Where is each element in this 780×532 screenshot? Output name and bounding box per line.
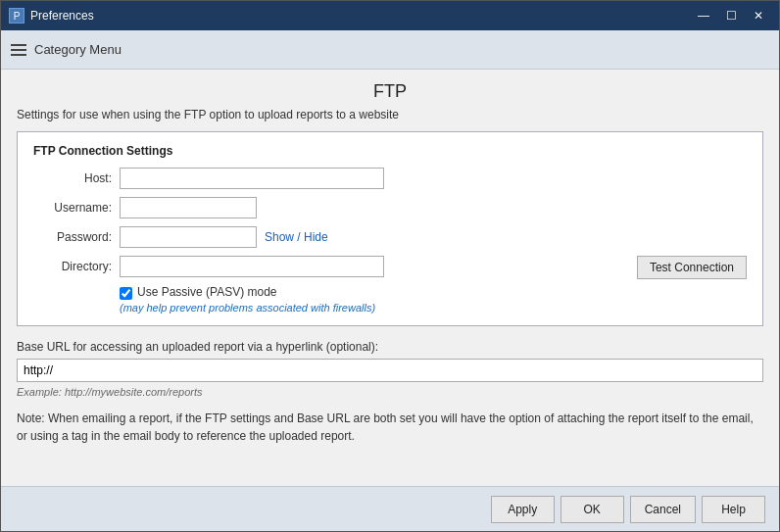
- username-input[interactable]: [120, 197, 257, 218]
- passive-note: (may help prevent problems associated wi…: [120, 302, 747, 314]
- note-text: Note: When emailing a report, if the FTP…: [17, 410, 763, 445]
- username-row: Username:: [33, 197, 747, 218]
- passive-row: Use Passive (PASV) mode: [120, 285, 747, 300]
- password-label: Password:: [33, 230, 112, 244]
- username-label: Username:: [33, 201, 112, 215]
- show-hide-link[interactable]: Show / Hide: [265, 230, 328, 244]
- main-content: FTP Connection Settings Host: Username: …: [1, 131, 779, 486]
- minimize-button[interactable]: —: [691, 5, 716, 26]
- ftp-settings-box: FTP Connection Settings Host: Username: …: [17, 131, 763, 326]
- preferences-window: P Preferences — ☐ ✕ Category Menu FTP Se…: [0, 0, 780, 532]
- content-area: FTP Settings for use when using the FTP …: [1, 70, 779, 486]
- passive-mode-label: Use Passive (PASV) mode: [137, 285, 277, 299]
- toolbar: Category Menu: [1, 30, 779, 70]
- hamburger-icon[interactable]: [11, 44, 26, 56]
- password-input[interactable]: [120, 226, 257, 248]
- window-icon: P: [9, 8, 24, 24]
- window-title: Preferences: [30, 9, 691, 23]
- title-bar-controls: — ☐ ✕: [691, 5, 771, 26]
- help-button[interactable]: Help: [702, 496, 765, 523]
- apply-button[interactable]: Apply: [491, 496, 555, 523]
- maximize-button[interactable]: ☐: [718, 5, 744, 26]
- bottom-bar: Apply OK Cancel Help: [1, 486, 779, 531]
- host-row: Host:: [33, 168, 747, 189]
- cancel-button[interactable]: Cancel: [630, 496, 696, 523]
- test-connection-button[interactable]: Test Connection: [637, 256, 747, 279]
- page-title: FTP: [1, 70, 779, 108]
- title-bar: P Preferences — ☐ ✕: [1, 1, 779, 30]
- example-text: Example: http://mywebsite.com/reports: [17, 386, 763, 398]
- page-subtitle: Settings for use when using the FTP opti…: [1, 108, 779, 131]
- password-row: Password: Show / Hide: [33, 226, 747, 248]
- base-url-input[interactable]: [17, 359, 763, 382]
- passive-section: Test Connection Use Passive (PASV) mode …: [33, 285, 747, 314]
- host-label: Host:: [33, 171, 112, 185]
- close-button[interactable]: ✕: [746, 5, 771, 26]
- section-title: FTP Connection Settings: [33, 144, 747, 158]
- ok-button[interactable]: OK: [561, 496, 624, 523]
- passive-mode-checkbox[interactable]: [120, 287, 132, 300]
- directory-label: Directory:: [33, 260, 112, 273]
- base-url-label: Base URL for accessing an uploaded repor…: [17, 340, 763, 354]
- base-url-section: Base URL for accessing an uploaded repor…: [17, 340, 763, 398]
- host-input[interactable]: [120, 168, 384, 189]
- category-menu-button[interactable]: Category Menu: [34, 42, 122, 57]
- directory-input[interactable]: [120, 256, 384, 277]
